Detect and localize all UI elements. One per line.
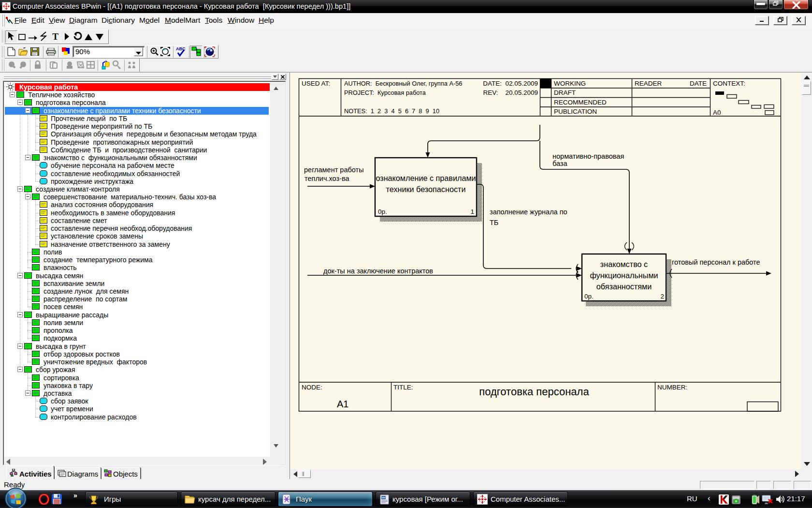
svg-text:NOTES: 1 2 3 4 5 6 7 8: NOTES: 1 2 3 4 5 6 7 8 9 10 — [344, 107, 439, 115]
svg-text:1: 1 — [470, 208, 474, 215]
svg-text:PROJECT: Курсовая работа: PROJECT: Курсовая работа — [344, 89, 426, 96]
svg-text:ТБ: ТБ — [490, 219, 498, 226]
svg-text:база: база — [552, 160, 568, 167]
svg-text:техники безопасности: техники безопасности — [386, 185, 466, 194]
svg-text:док-ты на заключение контракто: док-ты на заключение контрактов — [323, 267, 433, 275]
svg-text:регламент работы: регламент работы — [304, 166, 364, 174]
svg-text:2: 2 — [660, 293, 664, 300]
svg-text:ознакомление с правилами: ознакомление с правилами — [376, 174, 476, 182]
svg-text:знакомство с: знакомство с — [600, 260, 648, 269]
svg-text:A1: A1 — [337, 399, 348, 409]
svg-text:NUMBER:: NUMBER: — [657, 384, 687, 391]
svg-text:DATE: DATE — [690, 80, 707, 87]
svg-text:CONTEXT:: CONTEXT: — [713, 80, 745, 87]
svg-text:DATE: 02.05.2009: DATE: 02.05.2009 — [483, 80, 538, 87]
svg-text:DRAFT: DRAFT — [554, 89, 576, 96]
svg-text:REV: 20.05.2009: REV: 20.05.2009 — [483, 89, 538, 96]
svg-text:нормативно-правовая: нормативно-правовая — [552, 152, 624, 160]
svg-text:обязанностями: обязанностями — [596, 282, 652, 291]
svg-text:готовый персонал к работе: готовый персонал к работе — [672, 258, 760, 266]
svg-text:T: T — [52, 32, 58, 41]
svg-text:TITLE:: TITLE: — [393, 384, 413, 391]
svg-text:READER: READER — [635, 80, 662, 87]
svg-text:теплич.хоз-ва: теплич.хоз-ва — [304, 175, 350, 182]
svg-text:подготовка персонала: подготовка персонала — [479, 386, 589, 398]
svg-text:заполнение журнала по: заполнение журнала по — [490, 208, 567, 216]
svg-text:PUBLICATION: PUBLICATION — [554, 108, 597, 115]
svg-text:USED AT:: USED AT: — [302, 80, 330, 87]
svg-text:A0: A0 — [713, 109, 721, 116]
svg-text:WORKING: WORKING — [554, 80, 586, 87]
svg-text:AUTHOR: Бескровный Олег, груп: AUTHOR: Бескровный Олег, группа А-56 — [344, 80, 462, 87]
svg-text:NODE:: NODE: — [302, 384, 322, 391]
svg-text:RECOMMENDED: RECOMMENDED — [554, 99, 607, 106]
svg-text:0р.: 0р. — [584, 293, 594, 300]
svg-text:функциональными: функциональными — [590, 271, 658, 280]
svg-text:0р.: 0р. — [378, 208, 387, 215]
